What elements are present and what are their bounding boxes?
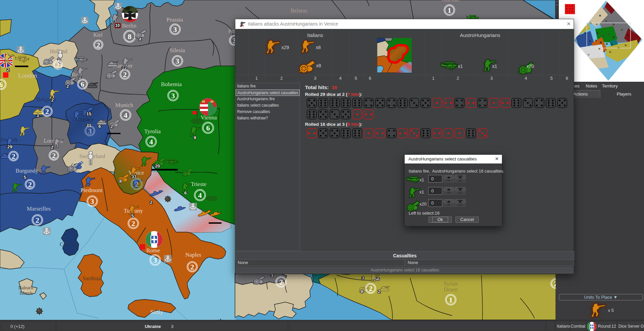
- svg-text:London: London: [18, 72, 37, 79]
- svg-text:Corsica: Corsica: [60, 242, 76, 247]
- svg-text:6: 6: [0, 80, 3, 89]
- svg-text:2: 2: [279, 278, 283, 286]
- svg-text:3: 3: [362, 275, 364, 281]
- svg-text:A: A: [242, 24, 244, 27]
- svg-text:3: 3: [91, 197, 94, 206]
- svg-text:Desert: Desert: [444, 287, 458, 292]
- svg-text:Prussia: Prussia: [166, 16, 183, 23]
- svg-text:1: 1: [448, 6, 451, 14]
- svg-text:2: 2: [52, 151, 56, 160]
- svg-text:6: 6: [98, 124, 101, 129]
- svg-text:6: 6: [81, 80, 84, 88]
- svg-text:3: 3: [171, 91, 175, 100]
- svg-text:3: 3: [154, 256, 157, 264]
- svg-text:8: 8: [119, 179, 122, 184]
- svg-text:6: 6: [206, 124, 210, 132]
- svg-text:9: 9: [194, 135, 196, 140]
- svg-text:1: 1: [449, 296, 453, 304]
- svg-text:3: 3: [36, 113, 39, 118]
- svg-text:Kiel: Kiel: [93, 32, 103, 38]
- svg-text:2: 2: [123, 70, 127, 79]
- svg-text:Munich: Munich: [115, 102, 133, 108]
- svg-text:Marseilles: Marseilles: [27, 206, 51, 212]
- svg-text:2: 2: [66, 84, 69, 89]
- svg-text:2: 2: [51, 98, 54, 103]
- svg-text:2: 2: [191, 263, 194, 271]
- svg-text:Alsace: Alsace: [79, 117, 94, 122]
- svg-text:Trieste: Trieste: [191, 181, 207, 187]
- svg-text:Tatarstan: Tatarstan: [441, 0, 460, 2]
- svg-text:5: 5: [24, 175, 26, 180]
- svg-text:2: 2: [369, 284, 373, 293]
- svg-text:Bohemia: Bohemia: [161, 81, 182, 87]
- svg-text:2: 2: [28, 180, 32, 189]
- svg-text:2: 2: [36, 216, 39, 224]
- svg-text:Piedmont: Piedmont: [80, 187, 102, 193]
- svg-text:29: 29: [7, 144, 12, 149]
- svg-text:Sicily: Sicily: [150, 309, 163, 315]
- svg-text:20: 20: [155, 163, 160, 169]
- svg-text:2: 2: [132, 219, 135, 228]
- svg-text:Rome: Rome: [146, 247, 160, 254]
- svg-text:15: 15: [86, 111, 92, 116]
- svg-text:2: 2: [97, 41, 100, 49]
- svg-text:4: 4: [139, 37, 141, 42]
- svg-text:Berlin: Berlin: [122, 23, 137, 29]
- svg-text:3: 3: [176, 57, 179, 65]
- svg-text:Burgundy: Burgundy: [15, 168, 38, 174]
- svg-text:4: 4: [198, 191, 202, 199]
- svg-text:3: 3: [173, 25, 177, 34]
- svg-text:10: 10: [115, 23, 120, 28]
- svg-text:8: 8: [361, 289, 363, 294]
- svg-text:Pol: Pol: [228, 28, 236, 34]
- svg-text:Belarus: Belarus: [291, 8, 307, 13]
- svg-text:2: 2: [12, 152, 15, 160]
- svg-text:2: 2: [7, 67, 9, 72]
- svg-text:Silesia: Silesia: [170, 47, 185, 53]
- svg-text:3: 3: [88, 127, 92, 135]
- svg-text:Syrian: Syrian: [444, 281, 458, 287]
- svg-text:Sardinia: Sardinia: [82, 275, 100, 281]
- svg-text:2: 2: [45, 107, 49, 116]
- svg-text:5: 5: [131, 213, 134, 218]
- svg-text:2: 2: [51, 145, 54, 150]
- svg-text:2: 2: [110, 124, 113, 129]
- svg-text:2: 2: [56, 62, 60, 69]
- svg-text:Vienna: Vienna: [201, 114, 217, 121]
- svg-text:6: 6: [184, 190, 187, 195]
- svg-text:8: 8: [128, 32, 132, 41]
- svg-text:Balearic: Balearic: [19, 285, 34, 290]
- svg-text:2: 2: [135, 180, 139, 188]
- svg-text:4: 4: [124, 111, 128, 119]
- svg-text:Islands: Islands: [20, 291, 33, 296]
- svg-text:Naples: Naples: [185, 252, 201, 258]
- svg-text:2: 2: [150, 200, 152, 205]
- svg-text:Tyrolia: Tyrolia: [144, 128, 161, 135]
- svg-text:4: 4: [149, 138, 153, 146]
